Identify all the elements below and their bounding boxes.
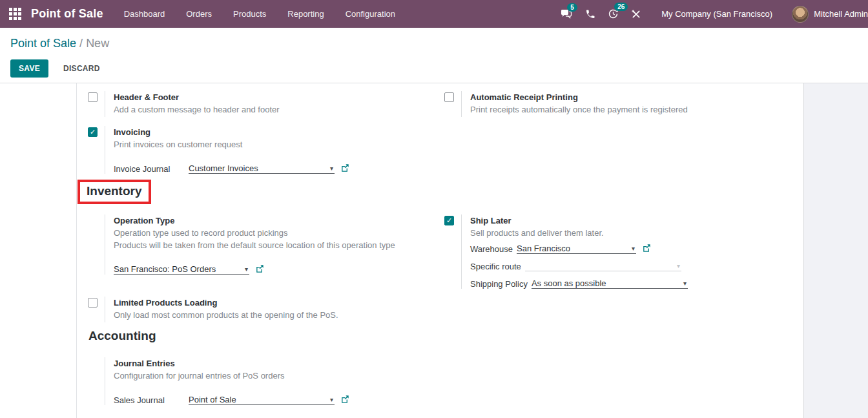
menu-dashboard[interactable]: Dashboard <box>124 9 165 19</box>
setting-title: Journal Entries <box>114 357 349 370</box>
breadcrumb-parent[interactable]: Point of Sale <box>10 37 76 50</box>
setting-invoicing: ✓ Invoicing Print invoices on customer r… <box>88 126 430 174</box>
sheet-outside-background <box>803 83 868 418</box>
shipping-policy-select[interactable]: As soon as possible ▾ <box>532 276 688 289</box>
external-link-icon <box>642 244 651 253</box>
external-link-icon <box>340 395 349 404</box>
setting-title[interactable]: Automatic Receipt Printing <box>470 91 688 103</box>
setting-title[interactable]: Header & Footer <box>114 91 280 103</box>
sheet-left-border <box>76 83 77 418</box>
limited-products-checkbox[interactable]: ✓ <box>88 298 98 308</box>
setting-description: Operation type used to record product pi… <box>114 227 395 239</box>
section-heading-inventory: Inventory <box>78 180 151 204</box>
setting-title: Operation Type <box>114 214 395 227</box>
setting-limited-products: ✓ Limited Products Loading Only load mos… <box>88 297 430 322</box>
operation-type-external-link[interactable] <box>255 264 264 275</box>
external-link-icon <box>255 264 264 273</box>
dropdown-caret-icon: ▾ <box>677 262 681 271</box>
operation-type-select[interactable]: San Francisco: PoS Orders ▾ <box>114 262 249 275</box>
setting-operation-type: Operation Type Operation type used to re… <box>88 214 450 275</box>
menu-products[interactable]: Products <box>233 9 266 19</box>
top-navbar: Point of Sale Dashboard Orders Products … <box>0 0 868 28</box>
setting-description: Add a custom message to header and foote… <box>114 103 280 116</box>
setting-title[interactable]: Ship Later <box>470 214 703 227</box>
section-heading-accounting: Accounting <box>88 329 156 343</box>
specific-route-label: Specific route <box>470 262 521 271</box>
warehouse-external-link[interactable] <box>642 244 651 254</box>
invoice-journal-label: Invoice Journal <box>114 164 189 174</box>
dropdown-caret-icon: ▾ <box>245 265 249 274</box>
apps-grid-icon <box>9 8 21 20</box>
action-bar: SAVE DISCARD <box>0 50 868 85</box>
external-link-icon <box>340 163 349 172</box>
ship-later-checkbox[interactable]: ✓ <box>444 216 454 225</box>
dropdown-caret-icon: ▾ <box>330 164 335 173</box>
activities-button[interactable]: 26 <box>608 8 619 19</box>
shipping-policy-label: Shipping Policy <box>470 279 528 289</box>
auto-receipt-checkbox[interactable]: ✓ <box>444 92 454 102</box>
discard-button[interactable]: DISCARD <box>57 59 107 78</box>
sales-journal-select[interactable]: Point of Sale ▾ <box>189 392 335 405</box>
warehouse-select[interactable]: San Francisco ▾ <box>517 241 636 254</box>
settings-sheet: ✓ Header & Footer Add a custom message t… <box>0 83 868 418</box>
tools-button[interactable] <box>631 9 641 19</box>
navbar-right: 5 26 My Company (San Francisco) Mitchell… <box>561 6 868 23</box>
setting-title[interactable]: Limited Products Loading <box>114 297 338 309</box>
tools-icon <box>631 9 641 19</box>
phone-button[interactable] <box>585 9 595 19</box>
header-footer-checkbox[interactable]: ✓ <box>88 92 98 102</box>
invoice-journal-select[interactable]: Customer Invoices ▾ <box>189 161 335 174</box>
app-title[interactable]: Point of Sale <box>31 7 103 21</box>
setting-description: Print invoices on customer request <box>114 138 349 151</box>
menu-orders[interactable]: Orders <box>186 9 212 19</box>
sales-journal-label: Sales Journal <box>114 395 189 405</box>
messages-button[interactable]: 5 <box>561 9 573 19</box>
warehouse-label: Warehouse <box>470 244 513 254</box>
app-menu: Dashboard Orders Products Reporting Conf… <box>124 9 395 19</box>
company-switcher[interactable]: My Company (San Francisco) <box>661 9 772 19</box>
setting-title[interactable]: Invoicing <box>114 126 349 138</box>
user-avatar[interactable] <box>792 6 809 23</box>
save-button[interactable]: SAVE <box>10 59 48 78</box>
invoice-journal-external-link[interactable] <box>340 163 349 174</box>
menu-reporting[interactable]: Reporting <box>287 9 324 19</box>
activities-badge: 26 <box>614 3 628 11</box>
setting-description: Products will be taken from the default … <box>114 239 395 251</box>
dropdown-caret-icon: ▾ <box>632 244 636 253</box>
invoicing-checkbox[interactable]: ✓ <box>88 127 98 137</box>
sales-journal-external-link[interactable] <box>340 395 349 405</box>
setting-description: Sell products and deliver them later. <box>470 227 703 239</box>
setting-ship-later: ✓ Ship Later Sell products and deliver t… <box>444 214 703 289</box>
dropdown-caret-icon: ▾ <box>330 395 335 404</box>
setting-header-footer: ✓ Header & Footer Add a custom message t… <box>88 91 430 117</box>
breadcrumb: Point of Sale / New <box>0 28 868 50</box>
messages-badge: 5 <box>567 3 577 12</box>
setting-journal-entries: Journal Entries Configuration for journa… <box>88 357 450 405</box>
breadcrumb-separator: / <box>79 37 83 50</box>
specific-route-select[interactable]: ▾ <box>525 258 681 271</box>
apps-menu-button[interactable] <box>0 8 31 20</box>
setting-description: Configuration for journal entries of PoS… <box>114 370 349 382</box>
breadcrumb-current: New <box>86 37 109 50</box>
user-menu[interactable]: Mitchell Admin <box>814 9 868 19</box>
setting-description: Print receipts automatically once the pa… <box>470 103 688 116</box>
dropdown-caret-icon: ▾ <box>683 279 688 288</box>
setting-auto-receipt: ✓ Automatic Receipt Printing Print recei… <box>444 91 793 117</box>
phone-icon <box>585 9 595 19</box>
menu-configuration[interactable]: Configuration <box>346 9 395 19</box>
setting-description: Only load most common products at the op… <box>114 309 338 321</box>
